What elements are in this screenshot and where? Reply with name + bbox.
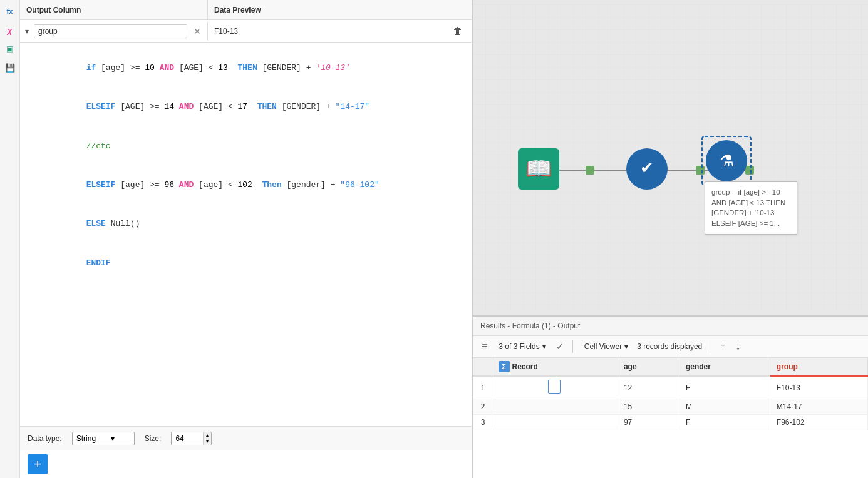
datatype-select[interactable]: String ▾ [72, 432, 135, 445]
col-record-label: Record [512, 362, 538, 371]
records-count: 3 records displayed [637, 342, 702, 351]
code-line-6: ENDIF [28, 244, 464, 283]
toolbar-grid-btn[interactable]: ≡ [479, 340, 490, 353]
cell-viewer-chevron-icon: ▾ [624, 342, 628, 351]
table-header-row: Σ Record age gender group [473, 358, 868, 376]
code-line-3: //etc [28, 127, 464, 166]
results-header: Results - Formula (1) - Output [473, 317, 868, 336]
check-node[interactable]: ✔ [626, 148, 668, 190]
size-label: Size: [145, 434, 162, 443]
code-line-2: ELSEIF [AGE] >= 14 AND [AGE] < 17 THEN [… [28, 88, 464, 126]
row-gender: M [679, 399, 770, 415]
results-table: Σ Record age gender group 112FF10-13215M… [473, 358, 868, 430]
nav-down-btn[interactable]: ↓ [733, 340, 743, 353]
right-panel: 📖 ✔ ⚗ group = if [age] >= 10 [473, 0, 868, 478]
th-group[interactable]: group [770, 358, 867, 376]
svg-rect-6 [696, 166, 705, 175]
code-line-1: if [age] >= 10 AND [AGE] < 13 THEN [GEND… [28, 49, 464, 88]
svg-rect-2 [586, 166, 594, 175]
row-number: 1 [473, 376, 492, 399]
results-toolbar: ≡ 3 of 3 Fields ▾ ✓ Cell Viewer ▾ 3 reco… [473, 336, 868, 358]
row-age: 12 [617, 376, 679, 399]
nav-up-btn[interactable]: ↑ [718, 340, 728, 353]
size-input[interactable] [172, 432, 203, 445]
fields-count-label: 3 of 3 Fields [499, 342, 539, 351]
add-formula-button[interactable]: + [28, 454, 48, 474]
column-headers: Output Column Data Preview [20, 0, 472, 20]
row-doc-icon [548, 380, 561, 394]
table-row: 215MM14-17 [473, 399, 868, 415]
row-record-icon-cell [492, 399, 617, 415]
row-group: F10-13 [770, 376, 867, 399]
fields-chevron-icon: ▾ [542, 342, 546, 351]
cell-viewer-label: Cell Viewer [584, 342, 622, 351]
row-group: F96-102 [770, 415, 867, 430]
th-gender[interactable]: gender [679, 358, 770, 376]
tooltip-text: group = if [age] >= 10 AND [AGE] < 13 TH… [711, 188, 785, 227]
data-preview-header: Data Preview [208, 0, 472, 19]
field-name-input[interactable] [34, 24, 187, 38]
datatype-label: Data type: [28, 434, 62, 443]
th-record[interactable]: Σ Record [492, 358, 617, 376]
row-age: 15 [617, 399, 679, 415]
svg-text:📖: 📖 [525, 156, 552, 181]
row-gender: F [679, 415, 770, 430]
fields-dropdown[interactable]: 3 of 3 Fields ▾ [495, 340, 549, 353]
row-number: 2 [473, 399, 492, 415]
row-gender: F [679, 376, 770, 399]
row-record-icon-cell [492, 376, 617, 399]
sidebar-btn-fx[interactable]: fx [1, 3, 19, 20]
clear-field-button[interactable]: ✕ [191, 26, 204, 36]
delete-formula-button[interactable]: 🗑 [450, 26, 465, 37]
formula-right: F10-13 🗑 [208, 23, 472, 39]
datatype-value: String [76, 434, 96, 443]
row-number: 3 [473, 415, 492, 430]
datatype-row: Data type: String ▾ Size: ▴ ▾ [20, 426, 472, 450]
results-panel: Results - Formula (1) - Output ≡ 3 of 3 … [473, 315, 868, 478]
datatype-chevron: ▾ [111, 434, 115, 443]
code-line-5: ELSE Null() [28, 205, 464, 244]
sidebar-btn-field[interactable]: ▣ [1, 40, 19, 58]
toolbar-separator-2 [710, 340, 710, 353]
sigma-icon: Σ [499, 361, 510, 372]
workflow-canvas-area: 📖 ✔ ⚗ group = if [age] >= 10 [473, 0, 868, 315]
code-line-4: ELSEIF [age] >= 96 AND [age] < 102 Then … [28, 166, 464, 205]
chevron-down-btn[interactable]: ▾ [24, 26, 30, 37]
sidebar-btn-chi[interactable]: χ [1, 21, 19, 39]
row-record-icon-cell [492, 415, 617, 430]
node-tooltip: group = if [age] >= 10 AND [AGE] < 13 TH… [705, 181, 797, 235]
table-row: 397FF96-102 [473, 415, 868, 430]
formula-row: ▾ ✕ F10-13 🗑 [20, 20, 472, 43]
svg-rect-8 [745, 166, 754, 175]
output-column-header: Output Column [20, 0, 208, 19]
left-panel: fx χ ▣ 💾 Output Column Data Preview [0, 0, 473, 478]
size-up-btn[interactable]: ▴ [204, 432, 211, 439]
table-row: 112FF10-13 [473, 376, 868, 399]
size-spinner: ▴ ▾ [203, 432, 211, 445]
formula-area: Output Column Data Preview ▾ ✕ F10-13 [20, 0, 472, 478]
book-node[interactable]: 📖 [518, 148, 559, 190]
size-input-wrap: ▴ ▾ [171, 432, 212, 445]
svg-text:⚗: ⚗ [720, 151, 734, 170]
sidebar-btn-save[interactable]: 💾 [1, 59, 19, 76]
size-down-btn[interactable]: ▾ [204, 439, 211, 445]
icon-sidebar: fx χ ▣ 💾 [0, 0, 20, 478]
results-title: Results - Formula (1) - Output [480, 322, 580, 330]
workflow-svg: 📖 ✔ ⚗ [473, 0, 868, 315]
apply-fields-btn[interactable]: ✓ [555, 340, 565, 353]
svg-text:✔: ✔ [640, 158, 654, 177]
results-table-wrap: Σ Record age gender group 112FF10-13215M… [473, 358, 868, 478]
code-editor[interactable]: if [age] >= 10 AND [AGE] < 13 THEN [GEND… [20, 43, 472, 426]
th-age[interactable]: age [617, 358, 679, 376]
row-group: M14-17 [770, 399, 867, 415]
th-rownum [473, 358, 492, 376]
toolbar-separator [572, 340, 573, 353]
row-age: 97 [617, 415, 679, 430]
formula-left: ▾ ✕ [20, 22, 208, 41]
preview-value: F10-13 [214, 27, 238, 36]
cell-viewer-dropdown[interactable]: Cell Viewer ▾ [581, 340, 632, 353]
